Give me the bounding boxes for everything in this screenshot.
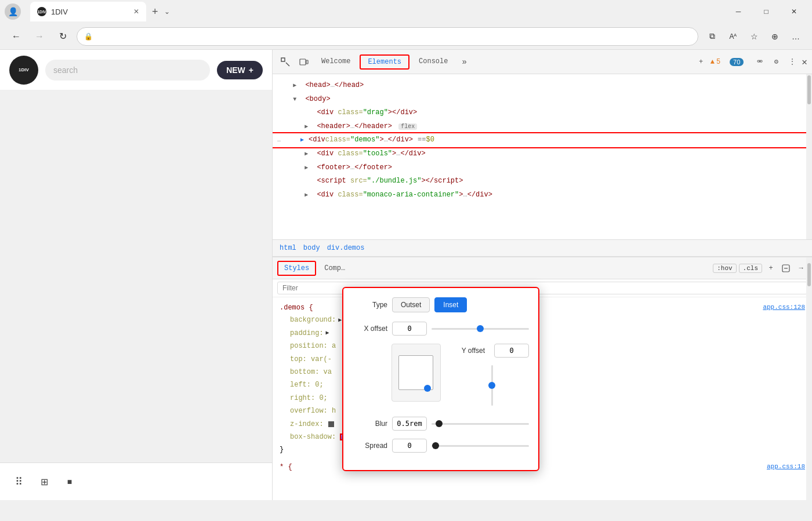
dom-line-footer[interactable]: ▶ <footer>…</footer>	[273, 161, 812, 175]
refresh-btn[interactable]: ↻	[53, 27, 72, 46]
svg-rect-3	[306, 60, 308, 64]
dom-line-header[interactable]: ▶ <header>…</header> flex	[273, 120, 812, 134]
breadcrumb-html[interactable]: html	[277, 243, 299, 253]
more-btn[interactable]: …	[786, 27, 805, 46]
svg-rect-2	[300, 59, 306, 65]
inspect-element-btn[interactable]	[277, 54, 293, 70]
warning-badge[interactable]: ▲ 5	[710, 58, 720, 66]
tab-list-btn[interactable]: ⌄	[164, 8, 170, 16]
x-offset-slider[interactable]	[432, 323, 529, 334]
dom-line-head[interactable]: ▶ <head>…</head>	[273, 79, 812, 93]
styles-actions: :hov .cls + →	[713, 262, 807, 275]
styles-panel: Styles Comp… :hov .cls + →	[273, 257, 812, 500]
breadcrumb-bar: html body div.demos	[273, 239, 812, 257]
shadow-visual	[392, 344, 441, 402]
more-tabs-btn[interactable]: »	[457, 57, 471, 67]
y-offset-controls: Y offset	[450, 344, 529, 409]
dom-line-tools[interactable]: ▶ <div class="tools">…</div>	[273, 147, 812, 161]
large-grid-btn[interactable]: ■	[60, 472, 79, 491]
small-grid-btn[interactable]: ⠿	[9, 472, 28, 491]
tab-welcome[interactable]: Welcome	[314, 50, 357, 74]
toggle-element-state-btn[interactable]	[780, 262, 792, 275]
cls-btn[interactable]: .cls	[739, 264, 762, 273]
device-emulation-btn[interactable]	[296, 54, 312, 70]
dom-line-body[interactable]: ▼ <body>	[273, 93, 812, 107]
x-offset-input[interactable]	[392, 322, 427, 336]
css-selector-demos: .demos {	[280, 302, 313, 314]
tab-styles[interactable]: Styles	[277, 261, 316, 276]
tab-elements[interactable]: Elements	[360, 54, 409, 70]
new-button[interactable]: NEW +	[217, 61, 263, 79]
hov-btn[interactable]: :hov	[713, 264, 736, 273]
devtools-panel: Welcome Elements Console » + ▲ 5 70 ⚮ ⚙ …	[273, 50, 812, 500]
svg-line-1	[286, 63, 289, 66]
read-mode-btn[interactable]: Aᴬ	[724, 27, 742, 46]
blur-slider[interactable]	[432, 418, 529, 429]
app-bottom-toolbar: ⠿ ⊞ ■	[0, 462, 272, 500]
css-source-star[interactable]: app.css:18	[767, 461, 805, 473]
tab-title: 1DIV	[51, 8, 68, 16]
y-offset-slider-thumb[interactable]	[488, 382, 495, 389]
dom-scrollbar-thumb[interactable]	[807, 75, 811, 104]
y-offset-row: Y offset	[450, 344, 529, 358]
accounts-btn[interactable]: ⚮	[753, 55, 767, 69]
more-options-btn[interactable]: ⋮	[785, 55, 799, 69]
shadow-visual-dot[interactable]	[424, 385, 431, 392]
styles-scrollbar-thumb[interactable]	[807, 263, 811, 286]
new-style-rule-btn[interactable]: →	[795, 262, 807, 275]
title-bar: 👤 1DIV 1DIV ✕ + ⌄ ─ □ ✕	[0, 0, 812, 23]
forward-btn[interactable]: →	[30, 27, 49, 46]
dom-line-monaco[interactable]: ▶ <div class="monaco-aria-container">…</…	[273, 188, 812, 202]
nav-actions: ⧉ Aᴬ ☆ ⊕ …	[703, 27, 805, 46]
minimize-btn[interactable]: ─	[725, 2, 752, 21]
tab-favicon: 1DIV	[37, 7, 46, 16]
y-offset-label: Y offset	[450, 347, 485, 355]
close-btn[interactable]: ✕	[781, 2, 807, 21]
browser-tab[interactable]: 1DIV 1DIV ✕	[30, 2, 146, 21]
y-offset-input[interactable]	[494, 344, 529, 358]
medium-grid-btn[interactable]: ⊞	[35, 472, 53, 491]
css-selector-star: * {	[280, 461, 292, 473]
spread-slider[interactable]	[432, 440, 529, 451]
inset-btn[interactable]: Inset	[434, 297, 467, 312]
collections-btn[interactable]: ⊕	[766, 27, 784, 46]
maximize-btn[interactable]: □	[753, 2, 780, 21]
styles-scrollbar[interactable]	[806, 257, 812, 500]
box-shadow-popup: Type Outset Inset X offset	[342, 287, 539, 471]
breadcrumb-body[interactable]: body	[301, 243, 322, 253]
add-style-rule-btn[interactable]: +	[764, 262, 777, 275]
svg-rect-0	[281, 58, 285, 61]
dom-line-script[interactable]: <script src="./bundle.js"></script>	[273, 174, 812, 188]
dom-line-drag[interactable]: <div class="drag"></div>	[273, 106, 812, 120]
styles-toolbar: Styles Comp… :hov .cls + →	[273, 257, 812, 279]
add-tab-btn[interactable]: +	[694, 55, 708, 69]
shadow-type-row: Type Outset Inset	[353, 297, 529, 312]
spread-input[interactable]	[392, 439, 427, 453]
css-source-demos[interactable]: app.css:128	[763, 302, 805, 314]
security-icon: 🔒	[84, 32, 93, 41]
breadcrumb-demos[interactable]: div.demos	[325, 243, 367, 253]
tab-console[interactable]: Console	[412, 50, 455, 74]
tab-computed[interactable]: Comp…	[318, 261, 351, 276]
y-offset-slider[interactable]	[491, 365, 493, 406]
shadow-type-label: Type	[353, 301, 387, 309]
open-in-new-btn[interactable]: ⧉	[703, 27, 722, 46]
address-bar[interactable]: 🔒	[77, 27, 698, 46]
dom-scrollbar[interactable]	[806, 74, 812, 239]
info-badge[interactable]: 70	[730, 58, 744, 66]
favorites-btn[interactable]: ☆	[745, 27, 763, 46]
new-tab-btn[interactable]: +	[146, 6, 164, 18]
x-offset-row: X offset	[353, 322, 529, 336]
app-search-bar[interactable]: search	[45, 60, 210, 81]
outset-btn[interactable]: Outset	[392, 297, 430, 312]
tab-close-btn[interactable]: ✕	[133, 8, 139, 16]
dom-line-demos[interactable]: … ▶ <div class="demos">…</div> == $0	[273, 133, 812, 147]
settings-btn[interactable]: ⚙	[769, 55, 783, 69]
app-logo: 1DIV	[9, 56, 38, 85]
blur-input[interactable]	[392, 417, 427, 431]
back-btn[interactable]: ←	[7, 27, 26, 46]
main-area: 1DIV search NEW + ⠿ ⊞ ■	[0, 50, 812, 500]
devtools-close-btn[interactable]: ✕	[802, 56, 807, 68]
profile-icon[interactable]: 👤	[5, 3, 21, 20]
devtools-toolbar: Welcome Elements Console » + ▲ 5 70 ⚮ ⚙ …	[273, 50, 812, 74]
